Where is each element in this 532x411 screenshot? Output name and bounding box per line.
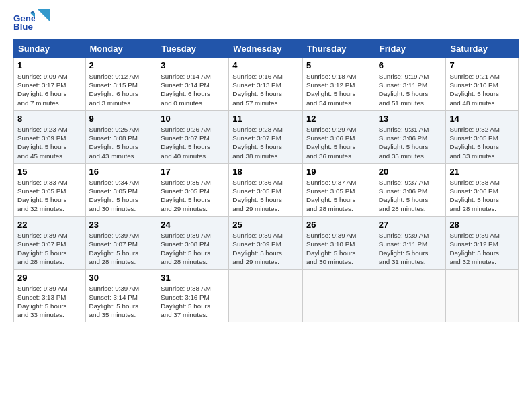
day-cell: 31Sunrise: 9:38 AM Sunset: 3:16 PM Dayli… — [157, 269, 229, 322]
day-info: Sunrise: 9:21 AM Sunset: 3:10 PM Dayligh… — [449, 72, 515, 107]
week-row-2: 8Sunrise: 9:23 AM Sunset: 3:09 PM Daylig… — [14, 110, 519, 163]
day-number: 22 — [17, 220, 82, 230]
day-info: Sunrise: 9:23 AM Sunset: 3:09 PM Dayligh… — [17, 125, 82, 161]
day-number: 27 — [379, 220, 443, 230]
day-number: 31 — [161, 273, 225, 283]
svg-marker-3 — [30, 11, 35, 13]
day-cell: 30Sunrise: 9:39 AM Sunset: 3:14 PM Dayli… — [85, 269, 157, 322]
day-number: 17 — [161, 167, 225, 177]
day-number: 4 — [232, 60, 299, 71]
day-info: Sunrise: 9:37 AM Sunset: 3:05 PM Dayligh… — [306, 178, 371, 214]
day-info: Sunrise: 9:39 AM Sunset: 3:09 PM Dayligh… — [232, 231, 299, 267]
day-cell: 23Sunrise: 9:39 AM Sunset: 3:07 PM Dayli… — [85, 216, 157, 269]
day-cell — [375, 269, 446, 322]
col-header-friday: Friday — [375, 40, 446, 58]
day-info: Sunrise: 9:33 AM Sunset: 3:05 PM Dayligh… — [17, 178, 82, 214]
day-number: 9 — [89, 113, 154, 124]
day-info: Sunrise: 9:39 AM Sunset: 3:07 PM Dayligh… — [17, 231, 82, 267]
day-cell: 10Sunrise: 9:26 AM Sunset: 3:07 PM Dayli… — [157, 110, 229, 163]
week-row-3: 15Sunrise: 9:33 AM Sunset: 3:05 PM Dayli… — [14, 163, 519, 216]
day-cell: 16Sunrise: 9:34 AM Sunset: 3:05 PM Dayli… — [85, 163, 157, 216]
day-cell: 21Sunrise: 9:38 AM Sunset: 3:06 PM Dayli… — [446, 163, 519, 216]
day-info: Sunrise: 9:39 AM Sunset: 3:07 PM Dayligh… — [89, 231, 154, 267]
day-number: 23 — [89, 220, 154, 230]
day-cell: 15Sunrise: 9:33 AM Sunset: 3:05 PM Dayli… — [14, 163, 86, 216]
day-info: Sunrise: 9:39 AM Sunset: 3:11 PM Dayligh… — [379, 231, 443, 267]
header: General Blue — [13, 11, 519, 32]
day-cell: 6Sunrise: 9:19 AM Sunset: 3:11 PM Daylig… — [375, 58, 446, 111]
day-number: 8 — [17, 113, 82, 124]
week-row-5: 29Sunrise: 9:39 AM Sunset: 3:13 PM Dayli… — [14, 269, 519, 322]
day-number: 12 — [306, 113, 371, 124]
day-number: 18 — [232, 167, 299, 177]
day-cell: 4Sunrise: 9:16 AM Sunset: 3:13 PM Daylig… — [229, 58, 303, 111]
week-row-1: 1Sunrise: 9:09 AM Sunset: 3:17 PM Daylig… — [14, 58, 519, 111]
day-number: 2 — [89, 60, 154, 71]
day-info: Sunrise: 9:28 AM Sunset: 3:07 PM Dayligh… — [232, 125, 299, 161]
day-cell: 1Sunrise: 9:09 AM Sunset: 3:17 PM Daylig… — [14, 58, 86, 111]
day-number: 3 — [161, 60, 225, 71]
day-number: 24 — [161, 220, 225, 230]
logo: General Blue — [13, 11, 50, 32]
day-info: Sunrise: 9:39 AM Sunset: 3:12 PM Dayligh… — [449, 231, 515, 267]
day-number: 11 — [232, 113, 299, 124]
day-info: Sunrise: 9:12 AM Sunset: 3:15 PM Dayligh… — [89, 72, 154, 107]
day-cell: 24Sunrise: 9:39 AM Sunset: 3:08 PM Dayli… — [157, 216, 229, 269]
day-cell: 14Sunrise: 9:32 AM Sunset: 3:05 PM Dayli… — [446, 110, 519, 163]
day-cell: 13Sunrise: 9:31 AM Sunset: 3:06 PM Dayli… — [375, 110, 446, 163]
col-header-saturday: Saturday — [446, 40, 519, 58]
day-number: 30 — [89, 273, 154, 283]
day-info: Sunrise: 9:38 AM Sunset: 3:16 PM Dayligh… — [161, 284, 225, 320]
svg-text:Blue: Blue — [13, 21, 33, 32]
day-number: 19 — [306, 167, 371, 177]
day-number: 7 — [449, 60, 515, 71]
day-info: Sunrise: 9:39 AM Sunset: 3:08 PM Dayligh… — [161, 231, 225, 267]
page-container: General Blue SundayMondayTuesdayWednesda… — [0, 0, 532, 329]
day-info: Sunrise: 9:14 AM Sunset: 3:14 PM Dayligh… — [161, 72, 225, 107]
day-info: Sunrise: 9:32 AM Sunset: 3:05 PM Dayligh… — [449, 125, 515, 161]
day-number: 20 — [379, 167, 443, 177]
day-cell: 9Sunrise: 9:25 AM Sunset: 3:08 PM Daylig… — [85, 110, 157, 163]
day-info: Sunrise: 9:26 AM Sunset: 3:07 PM Dayligh… — [161, 125, 225, 161]
day-cell — [229, 269, 303, 322]
day-cell: 27Sunrise: 9:39 AM Sunset: 3:11 PM Dayli… — [375, 216, 446, 269]
col-header-wednesday: Wednesday — [229, 40, 303, 58]
day-info: Sunrise: 9:38 AM Sunset: 3:06 PM Dayligh… — [449, 178, 515, 214]
day-cell: 7Sunrise: 9:21 AM Sunset: 3:10 PM Daylig… — [446, 58, 519, 111]
day-info: Sunrise: 9:36 AM Sunset: 3:05 PM Dayligh… — [232, 178, 299, 214]
day-number: 1 — [17, 60, 82, 71]
day-cell: 17Sunrise: 9:35 AM Sunset: 3:05 PM Dayli… — [157, 163, 229, 216]
calendar-table: SundayMondayTuesdayWednesdayThursdayFrid… — [13, 39, 519, 322]
day-cell: 3Sunrise: 9:14 AM Sunset: 3:14 PM Daylig… — [157, 58, 229, 111]
day-info: Sunrise: 9:19 AM Sunset: 3:11 PM Dayligh… — [379, 72, 443, 107]
day-number: 25 — [232, 220, 299, 230]
day-number: 13 — [379, 113, 443, 124]
day-info: Sunrise: 9:18 AM Sunset: 3:12 PM Dayligh… — [306, 72, 371, 107]
col-header-monday: Monday — [85, 40, 157, 58]
week-row-4: 22Sunrise: 9:39 AM Sunset: 3:07 PM Dayli… — [14, 216, 519, 269]
day-info: Sunrise: 9:16 AM Sunset: 3:13 PM Dayligh… — [232, 72, 299, 107]
day-number: 5 — [306, 60, 371, 71]
day-cell: 25Sunrise: 9:39 AM Sunset: 3:09 PM Dayli… — [229, 216, 303, 269]
day-cell: 28Sunrise: 9:39 AM Sunset: 3:12 PM Dayli… — [446, 216, 519, 269]
day-number: 10 — [161, 113, 225, 124]
day-number: 26 — [306, 220, 371, 230]
day-info: Sunrise: 9:39 AM Sunset: 3:14 PM Dayligh… — [89, 284, 154, 320]
svg-marker-4 — [38, 9, 50, 21]
day-number: 14 — [449, 113, 515, 124]
day-info: Sunrise: 9:29 AM Sunset: 3:06 PM Dayligh… — [306, 125, 371, 161]
day-number: 29 — [17, 273, 82, 283]
day-info: Sunrise: 9:35 AM Sunset: 3:05 PM Dayligh… — [161, 178, 225, 214]
day-cell: 12Sunrise: 9:29 AM Sunset: 3:06 PM Dayli… — [302, 110, 375, 163]
day-info: Sunrise: 9:09 AM Sunset: 3:17 PM Dayligh… — [17, 72, 82, 107]
day-cell: 2Sunrise: 9:12 AM Sunset: 3:15 PM Daylig… — [85, 58, 157, 111]
day-info: Sunrise: 9:31 AM Sunset: 3:06 PM Dayligh… — [379, 125, 443, 161]
day-cell: 18Sunrise: 9:36 AM Sunset: 3:05 PM Dayli… — [229, 163, 303, 216]
day-cell: 11Sunrise: 9:28 AM Sunset: 3:07 PM Dayli… — [229, 110, 303, 163]
day-cell: 8Sunrise: 9:23 AM Sunset: 3:09 PM Daylig… — [14, 110, 86, 163]
logo-icon: General Blue — [13, 11, 35, 32]
col-header-tuesday: Tuesday — [157, 40, 229, 58]
day-cell: 26Sunrise: 9:39 AM Sunset: 3:10 PM Dayli… — [302, 216, 375, 269]
day-info: Sunrise: 9:25 AM Sunset: 3:08 PM Dayligh… — [89, 125, 154, 161]
day-number: 28 — [449, 220, 515, 230]
